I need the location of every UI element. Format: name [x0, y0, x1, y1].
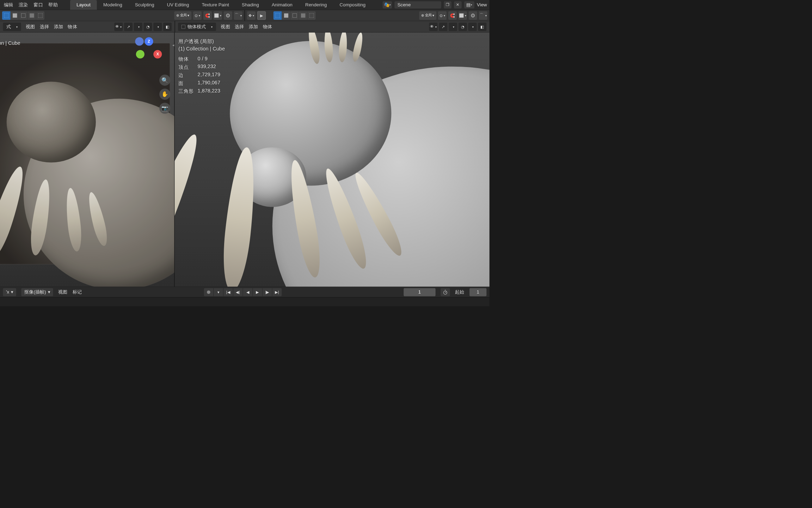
tab-animation[interactable]: Animation — [265, 0, 299, 10]
proportional-falloff-right[interactable]: ⌒▾ — [479, 11, 487, 20]
gizmo-toggle-right[interactable]: ↗ — [439, 23, 447, 31]
gizmo-toggle-left[interactable]: ↗ — [124, 23, 133, 31]
start-frame-field[interactable]: 1 — [469, 288, 486, 296]
top-menu-bar: 编辑 渲染 窗口 帮助 Layout Modeling Sculpting UV… — [0, 0, 490, 10]
menu-help[interactable]: 帮助 — [48, 2, 58, 8]
overlay-dd-right[interactable]: ▾ — [468, 23, 477, 31]
select-invert-icon-r[interactable] — [307, 11, 316, 20]
menu-render[interactable]: 渲染 — [19, 2, 28, 8]
left-viewport[interactable]: on | Cube Z X 🔍 ✋ 📷 ◂▸ — [0, 32, 175, 286]
snap-target-right[interactable]: ▾ — [459, 11, 467, 20]
scene-name-input[interactable]: Scene — [394, 1, 441, 8]
reference-image-plane — [0, 43, 170, 264]
pan-icon[interactable]: ✋ — [159, 89, 170, 99]
overlay-toggle-right[interactable]: ◔ — [459, 23, 467, 31]
left-mode-dropdown[interactable]: 式▾ — [3, 23, 21, 31]
snap-target-left[interactable]: ▾ — [214, 11, 222, 20]
jump-start-icon[interactable]: |◀ — [223, 288, 233, 296]
current-frame-field[interactable]: 1 — [404, 288, 435, 296]
tab-sculpting[interactable]: Sculpting — [129, 0, 161, 10]
jump-end-icon[interactable]: ▶| — [272, 288, 282, 296]
right-overlay-stats: 用户透视 (局部) (1) Collection | Cube 物体0 / 9 … — [178, 38, 225, 95]
proportional-falloff-left[interactable]: ⌒▾ — [234, 11, 242, 20]
camera-icon[interactable]: 📷 — [159, 103, 170, 114]
proportional-toggle-left[interactable] — [224, 11, 232, 20]
select-invert-icon[interactable] — [36, 11, 44, 20]
timeline-menu-marker[interactable]: 标记 — [73, 289, 82, 295]
proportional-toggle-right[interactable] — [469, 11, 477, 20]
tab-layout[interactable]: Layout — [70, 0, 97, 10]
select-subtract-icon-r[interactable] — [290, 11, 299, 20]
orientation-dropdown-left[interactable]: ⊕ 全局▾ — [174, 11, 191, 20]
xray-toggle-right[interactable]: ◧ — [478, 23, 486, 31]
right-menu-view[interactable]: 视图 — [221, 24, 230, 30]
select-intersect-icon-r[interactable] — [299, 11, 307, 20]
gizmo-neg-z[interactable] — [135, 37, 143, 46]
timeline-editor-dd[interactable]: 'x▾ — [3, 288, 16, 296]
tab-compositing[interactable]: Compositing — [333, 0, 372, 10]
menu-edit[interactable]: 编辑 — [4, 2, 13, 8]
timeline-header: 'x▾ 抠像(插帧)▾ 视图 标记 ▾ |◀ ◀| ◀ ▶ |▶ ▶| 1 起始… — [0, 287, 490, 297]
tab-rendering[interactable]: Rendering — [299, 0, 333, 10]
nav-gizmo[interactable]: Z X — [135, 37, 162, 65]
right-menu-select[interactable]: 选择 — [235, 24, 244, 30]
left-menu-add[interactable]: 添加 — [54, 24, 63, 30]
play-reverse-icon[interactable]: ◀ — [243, 288, 253, 296]
select-new-icon-r[interactable] — [273, 11, 282, 20]
tab-shading[interactable]: Shading — [235, 0, 265, 10]
orientation-dropdown-right[interactable]: ⊕ 全局▾ — [419, 11, 436, 20]
gizmo-z-axis[interactable]: Z — [145, 37, 153, 46]
autokey-dd[interactable]: ▾ — [214, 288, 223, 296]
right-menu-add[interactable]: 添加 — [249, 24, 258, 30]
select-intersect-icon[interactable] — [27, 11, 36, 20]
tab-texture-paint[interactable]: Texture Paint — [195, 0, 235, 10]
viewlayer-name[interactable]: View — [477, 2, 487, 8]
left-tool-settings: ⊕ 全局▾ ⊙▾ 🧲 ▾ ⌒▾ — [0, 10, 245, 21]
autokey-record-icon[interactable] — [204, 288, 214, 296]
menu-window[interactable]: 窗口 — [33, 2, 43, 8]
left-menu-view[interactable]: 视图 — [26, 24, 35, 30]
gizmo-x-axis[interactable]: X — [153, 50, 162, 59]
timeline-menu-view[interactable]: 视图 — [58, 289, 68, 295]
left-menu-select[interactable]: 选择 — [40, 24, 49, 30]
select-tool-right[interactable]: ▶ — [257, 11, 266, 20]
viewlayer-icon[interactable]: ▤▾ — [464, 1, 474, 8]
play-icon[interactable]: ▶ — [253, 288, 262, 296]
tab-uv-editing[interactable]: UV Editing — [161, 0, 196, 10]
gizmo-dd-left[interactable]: ▾ — [134, 23, 142, 31]
drag-action-right[interactable]: ✥▾ — [247, 11, 256, 20]
select-extend-icon[interactable] — [11, 11, 19, 20]
snap-toggle-right[interactable]: 🧲 — [448, 11, 457, 20]
keying-dd[interactable]: 抠像(插帧)▾ — [21, 288, 53, 296]
xray-toggle-left[interactable]: ◧ — [163, 23, 172, 31]
select-new-icon[interactable] — [2, 11, 11, 20]
pivot-dropdown-right[interactable]: ⊙▾ — [438, 11, 447, 20]
left-menu-object[interactable]: 物体 — [68, 24, 77, 30]
stopwatch-icon[interactable] — [441, 288, 450, 296]
select-subtract-icon[interactable] — [19, 11, 27, 20]
overlay-dd-left[interactable]: ▾ — [153, 23, 162, 31]
pivot-dropdown-left[interactable]: ⊙▾ — [193, 11, 202, 20]
right-mode-dropdown[interactable]: 物体模式▾ — [178, 23, 216, 31]
right-viewport[interactable]: 用户透视 (局部) (1) Collection | Cube 物体0 / 9 … — [175, 32, 490, 286]
gizmo-y-axis[interactable] — [136, 50, 144, 59]
left-overlay-text: on | Cube — [0, 40, 20, 46]
gizmo-dd-right[interactable]: ▾ — [449, 23, 457, 31]
scene-icon[interactable]: 🎭▾ — [382, 1, 392, 8]
visibility-dd-left[interactable]: 👁▾ — [114, 23, 123, 31]
scene-field: 🎭▾ Scene ❐ ✕ ▤▾ View — [382, 1, 489, 8]
visibility-dd-right[interactable]: 👁▾ — [429, 23, 438, 31]
right-menu-object[interactable]: 物体 — [263, 24, 272, 30]
new-scene-icon[interactable]: ❐ — [444, 1, 451, 8]
overlay-toggle-left[interactable]: ◔ — [143, 23, 152, 31]
select-extend-icon-r[interactable] — [282, 11, 290, 20]
delete-scene-icon[interactable]: ✕ — [454, 1, 462, 8]
tab-modeling[interactable]: Modeling — [97, 0, 129, 10]
snap-toggle-left[interactable]: 🧲 — [203, 11, 212, 20]
zoom-icon[interactable]: 🔍 — [159, 75, 170, 86]
keyframe-next-icon[interactable]: |▶ — [263, 288, 272, 296]
app-menu: 编辑 渲染 窗口 帮助 — [0, 2, 62, 8]
keyframe-prev-icon[interactable]: ◀| — [233, 288, 243, 296]
playback-controls: ▾ |◀ ◀| ◀ ▶ |▶ ▶| — [204, 288, 282, 296]
timeline-ruler[interactable] — [0, 297, 490, 306]
